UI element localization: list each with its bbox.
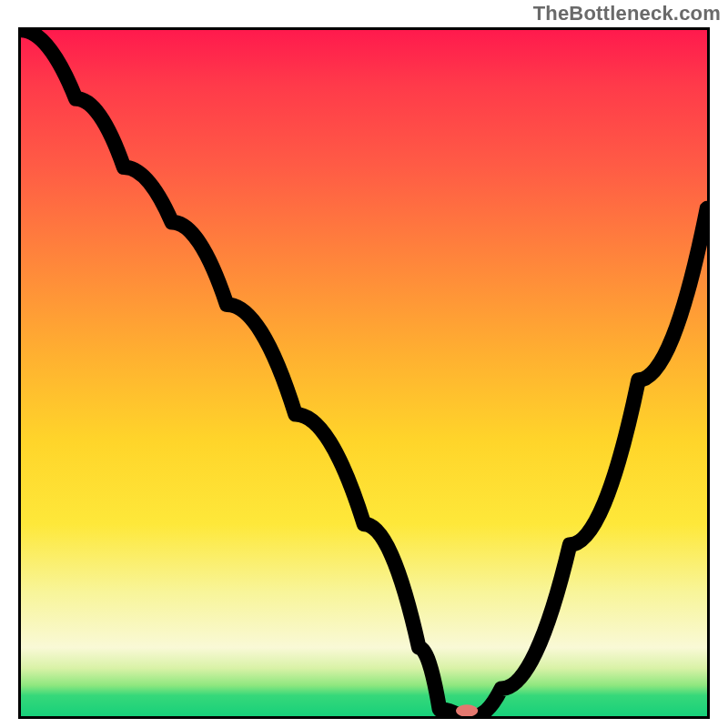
chart-container: TheBottleneck.com [0,0,728,728]
watermark-text: TheBottleneck.com [533,2,721,25]
minimum-marker [456,704,478,716]
plot-overlay [21,30,707,716]
bottleneck-curve [21,30,707,716]
plot-frame [18,27,710,719]
